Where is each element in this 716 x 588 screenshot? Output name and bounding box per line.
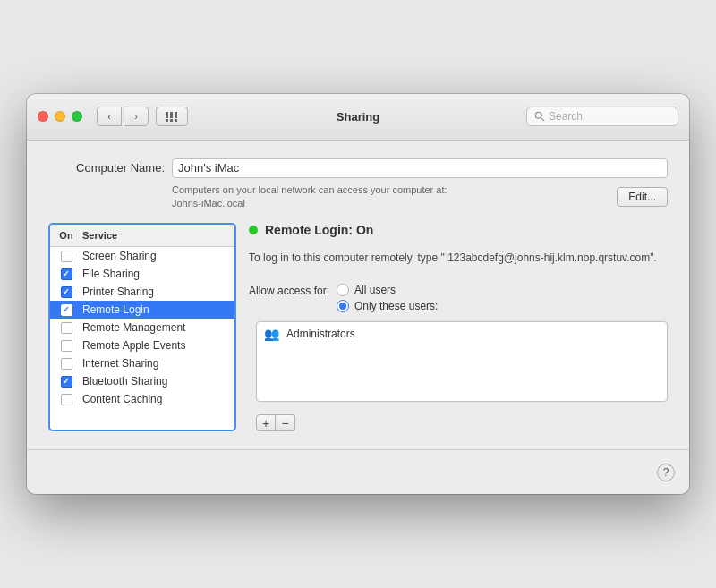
- back-icon: ‹: [107, 111, 111, 122]
- radio-these-row[interactable]: Only these users:: [337, 300, 438, 312]
- checkbox-cell: [50, 376, 82, 388]
- search-box[interactable]: Search: [526, 107, 678, 126]
- close-button[interactable]: [38, 111, 48, 122]
- service-name: Remote Management: [82, 321, 234, 334]
- status-text: Remote Login: On: [265, 223, 373, 237]
- service-name: File Sharing: [82, 268, 234, 280]
- users-list: 👥 Administrators: [256, 321, 668, 402]
- services-list: Screen SharingFile SharingPrinter Sharin…: [50, 247, 234, 408]
- maximize-button[interactable]: [72, 111, 82, 122]
- computer-name-input[interactable]: [172, 158, 668, 178]
- help-button[interactable]: ?: [657, 464, 675, 481]
- service-row[interactable]: Internet Sharing: [50, 354, 234, 372]
- titlebar: ‹ › Sharing Search: [27, 94, 689, 141]
- detail-panel: Remote Login: On To log in to this compu…: [249, 223, 668, 431]
- service-row[interactable]: Screen Sharing: [50, 247, 234, 265]
- status-dot: [249, 226, 258, 234]
- service-name: Remote Apple Events: [82, 339, 234, 352]
- services-header: On Service: [50, 225, 234, 247]
- minimize-button[interactable]: [55, 111, 65, 122]
- main-window: ‹ › Sharing Search Computer Name:: [27, 94, 689, 495]
- service-checkbox[interactable]: [61, 376, 72, 388]
- checkbox-cell: [50, 340, 82, 352]
- radio-group: All users Only these users:: [337, 284, 438, 312]
- service-row[interactable]: Remote Login: [50, 301, 234, 319]
- radio-all-users[interactable]: [337, 284, 349, 296]
- access-for-label: Allow access for:: [249, 285, 329, 297]
- service-name: Printer Sharing: [82, 285, 234, 298]
- radio-these-label: Only these users:: [354, 300, 438, 312]
- service-row[interactable]: Printer Sharing: [50, 283, 234, 301]
- computer-name-row: Computer Name:: [48, 158, 668, 178]
- service-checkbox[interactable]: [61, 322, 72, 334]
- svg-line-1: [541, 118, 544, 121]
- service-name: Screen Sharing: [82, 250, 234, 262]
- service-row[interactable]: Bluetooth Sharing: [50, 372, 234, 390]
- checkbox-cell: [50, 394, 82, 405]
- checkbox-cell: [50, 251, 82, 262]
- forward-button[interactable]: ›: [124, 107, 149, 126]
- service-name: Content Caching: [82, 393, 234, 405]
- service-row[interactable]: Content Caching: [50, 390, 234, 408]
- service-checkbox[interactable]: [61, 394, 72, 405]
- local-name-text: Computers on your local network can acce…: [172, 183, 448, 211]
- user-group-icon: 👥: [264, 327, 279, 341]
- services-col-service: Service: [82, 228, 234, 243]
- list-item: 👥 Administrators: [257, 322, 667, 345]
- service-name: Bluetooth Sharing: [82, 375, 234, 388]
- bottom-bar: ?: [27, 449, 689, 494]
- checkbox-cell: [50, 358, 82, 370]
- forward-icon: ›: [134, 111, 138, 122]
- service-checkbox[interactable]: [61, 304, 72, 316]
- list-buttons: + −: [256, 414, 668, 431]
- window-title: Sharing: [337, 110, 379, 124]
- add-user-button[interactable]: +: [256, 414, 276, 431]
- search-icon: [534, 111, 545, 122]
- checkbox-cell: [50, 286, 82, 298]
- grid-icon: [166, 112, 178, 122]
- traffic-lights: [38, 111, 82, 122]
- description-text: To log in to this computer remotely, typ…: [249, 250, 668, 266]
- access-row: Allow access for: All users Only these u…: [249, 284, 668, 312]
- checkbox-cell: [50, 304, 82, 316]
- checkbox-cell: [50, 268, 82, 280]
- grid-button[interactable]: [156, 107, 188, 126]
- local-name-row: Computers on your local network can acce…: [48, 183, 668, 211]
- service-checkbox[interactable]: [61, 358, 72, 370]
- content-area: Computer Name: Computers on your local n…: [27, 141, 689, 450]
- user-name: Administrators: [286, 328, 355, 340]
- services-col-on: On: [50, 228, 82, 243]
- service-checkbox[interactable]: [61, 286, 72, 298]
- service-row[interactable]: File Sharing: [50, 265, 234, 283]
- service-name: Remote Login: [82, 303, 234, 316]
- search-placeholder: Search: [549, 110, 583, 123]
- service-checkbox[interactable]: [61, 251, 72, 262]
- radio-these-users[interactable]: [337, 300, 349, 312]
- service-checkbox[interactable]: [61, 268, 72, 280]
- status-row: Remote Login: On: [249, 223, 668, 237]
- checkbox-cell: [50, 322, 82, 334]
- radio-all-row[interactable]: All users: [337, 284, 438, 296]
- services-panel: On Service Screen SharingFile SharingPri…: [48, 223, 236, 431]
- service-row[interactable]: Remote Management: [50, 319, 234, 337]
- service-row[interactable]: Remote Apple Events: [50, 337, 234, 354]
- back-button[interactable]: ‹: [97, 107, 122, 126]
- service-checkbox[interactable]: [61, 340, 72, 352]
- radio-all-label: All users: [354, 284, 396, 296]
- svg-point-0: [535, 112, 541, 118]
- edit-button[interactable]: Edit...: [617, 187, 668, 207]
- computer-name-label: Computer Name:: [48, 161, 165, 175]
- service-name: Internet Sharing: [82, 357, 234, 370]
- nav-buttons: ‹ ›: [97, 107, 149, 126]
- remove-user-button[interactable]: −: [276, 414, 295, 431]
- main-area: On Service Screen SharingFile SharingPri…: [48, 223, 668, 431]
